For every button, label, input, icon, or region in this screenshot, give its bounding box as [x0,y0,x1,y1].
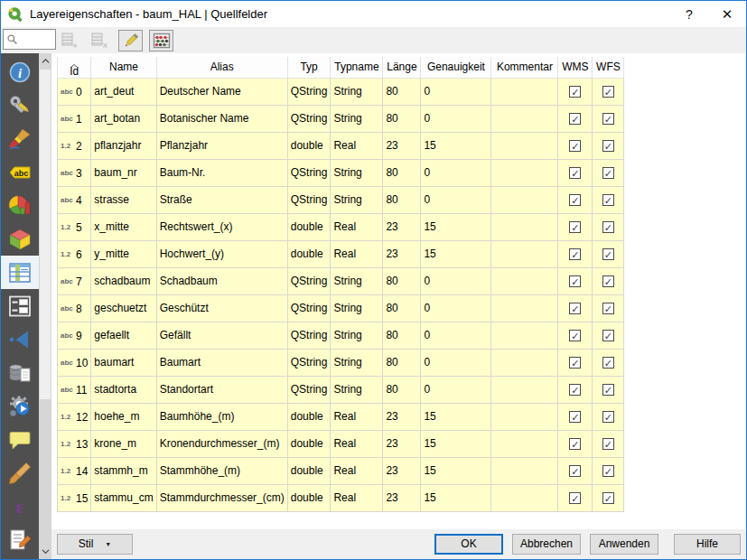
field-row-y_mitte: 1.26y_mitteHochwert_(y)doubleReal2315✓✓ [58,240,624,267]
wms-checkbox[interactable]: ✓ [569,411,581,423]
wms-checkbox[interactable]: ✓ [569,384,581,396]
sidebar-item-labels[interactable]: abc [1,155,39,189]
delete-field-icon: × [90,32,109,50]
wms-checkbox[interactable]: ✓ [569,303,581,314]
field-calculator-button[interactable] [149,30,173,51]
cell-typ: double [287,457,331,484]
wms-checkbox[interactable]: ✓ [569,275,581,287]
cell-genauigkeit: 15 [421,403,491,430]
sidebar-item-diagrams[interactable] [1,189,39,222]
col-header-typname[interactable]: Typname [331,57,383,78]
wfs-checkbox[interactable]: ✓ [602,86,614,98]
wfs-checkbox[interactable]: ✓ [602,113,614,125]
sidebar-item-metadata[interactable] [1,523,39,556]
wms-checkbox[interactable]: ✓ [569,357,581,369]
col-header-länge[interactable]: Länge [383,57,421,78]
wfs-checkbox[interactable]: ✓ [602,384,614,396]
field-id: 13 [76,437,88,450]
wfs-checkbox[interactable]: ✓ [602,167,614,179]
col-header-kommentar[interactable]: Kommentar [491,57,558,78]
cell-name: baum_nr [91,159,156,186]
cell-typname: Real [331,403,383,430]
field-id: 6 [76,247,82,260]
scroll-down-arrow[interactable] [39,545,51,558]
form-icon [8,294,32,318]
search-box[interactable] [3,29,56,50]
help-footer-button[interactable]: Hilfe [674,534,741,555]
sidebar-item-information[interactable]: i [1,55,39,89]
wms-checkbox[interactable]: ✓ [569,248,581,260]
cell-laenge: 80 [383,267,421,294]
field-row-baumart: abc10baumartBaumartQStringString800✓✓ [58,349,624,376]
close-button[interactable]: ✕ [708,1,746,27]
wfs-checkbox[interactable]: ✓ [602,194,614,206]
col-header-id[interactable]: Id [58,57,91,78]
delete-field-button[interactable]: × [88,30,112,51]
numeric-type-icon: 1.2 [61,142,76,150]
search-input[interactable] [18,33,51,46]
sidebar-item-actions[interactable] [1,389,39,423]
fields-table-body: abc0art_deutDeutscher NameQStringString8… [58,78,624,511]
wfs-checkbox[interactable]: ✓ [602,357,614,369]
wfs-checkbox[interactable]: ✓ [602,411,614,423]
wfs-checkbox[interactable]: ✓ [602,248,614,260]
wms-checkbox[interactable]: ✓ [569,167,581,179]
sidebar-item-source[interactable] [1,89,39,122]
wms-checkbox[interactable]: ✓ [569,140,581,152]
cell-laenge: 23 [383,132,421,159]
sidebar-item-auxiliary-storage[interactable] [1,356,39,389]
broom-icon [8,462,32,485]
wms-checkbox[interactable]: ✓ [569,221,581,233]
col-header-alias[interactable]: Alias [156,57,287,78]
cell-typname: Real [331,430,383,457]
wms-checkbox[interactable]: ✓ [569,492,581,504]
wms-checkbox[interactable]: ✓ [569,194,581,206]
cell-kommentar [491,430,558,457]
wfs-checkbox[interactable]: ✓ [602,221,614,233]
wfs-checkbox[interactable]: ✓ [602,140,614,152]
sidebar-item-display[interactable] [1,423,39,456]
sidebar-item-joins[interactable] [1,322,39,356]
col-header-name[interactable]: Name [91,57,156,78]
sidebar-item-symbology[interactable] [1,122,39,155]
sidebar-item-variables[interactable]: ε [1,490,39,523]
wfs-checkbox[interactable]: ✓ [602,330,614,341]
ok-button[interactable]: OK [434,534,503,555]
sidebar-item-3d-view[interactable] [1,222,39,256]
cell-id: abc9 [58,322,91,349]
col-header-wfs[interactable]: WFS [593,57,624,78]
cell-id: abc1 [58,105,91,132]
toggle-editing-button[interactable] [118,30,143,51]
col-header-typ[interactable]: Typ [287,57,331,78]
wms-checkbox[interactable]: ✓ [569,438,581,450]
text-type-icon: abc [61,304,76,313]
sidebar-item-rendering[interactable] [1,456,39,490]
sidebar-scrollbar[interactable] [39,53,51,559]
style-menu-button[interactable]: Stil ▼ [57,534,133,555]
cell-alias: Stammdurchmesser_(cm) [156,484,287,511]
cell-wfs: ✓ [593,159,624,186]
sidebar-item-fields[interactable] [1,256,39,289]
cell-laenge: 23 [383,213,421,240]
wfs-checkbox[interactable]: ✓ [602,275,614,287]
wfs-checkbox[interactable]: ✓ [602,438,614,450]
new-field-button[interactable]: ✶ [58,30,82,51]
wms-checkbox[interactable]: ✓ [569,86,581,98]
cell-alias: Rechtswert_(x) [156,213,287,240]
wms-checkbox[interactable]: ✓ [569,465,581,477]
col-header-genauigkeit[interactable]: Genauigkeit [421,57,491,78]
wfs-checkbox[interactable]: ✓ [602,303,614,314]
cell-kommentar [491,376,558,403]
wms-checkbox[interactable]: ✓ [569,113,581,125]
col-header-wms[interactable]: WMS [558,57,593,78]
cell-kommentar [491,159,558,186]
apply-button[interactable]: Anwenden [590,534,658,555]
help-button[interactable]: ? [670,1,708,27]
wms-checkbox[interactable]: ✓ [569,330,581,341]
cancel-button[interactable]: Abbrechen [512,534,581,555]
sidebar-item-attributes-form[interactable] [1,289,39,322]
scroll-up-arrow[interactable] [39,54,51,68]
wfs-checkbox[interactable]: ✓ [602,465,614,477]
scrollbar-thumb[interactable] [40,70,51,399]
wfs-checkbox[interactable]: ✓ [602,492,614,504]
